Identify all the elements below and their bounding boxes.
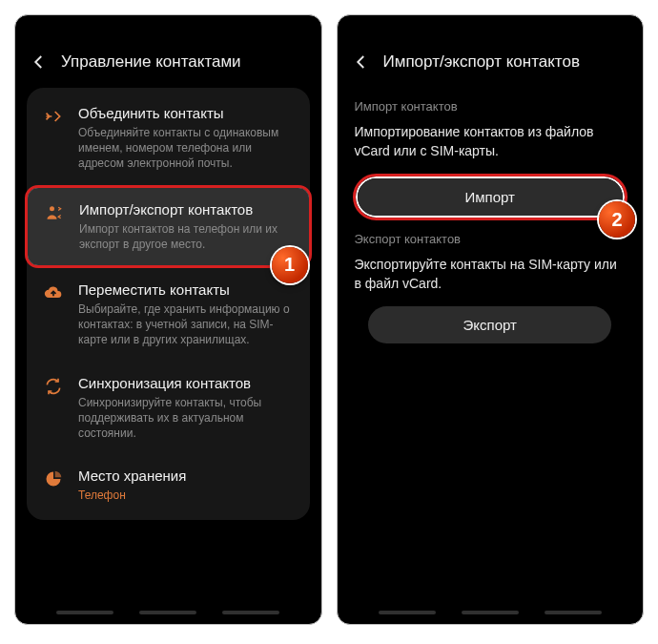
export-section-desc: Экспортируйте контакты на SIM-карту или … bbox=[355, 256, 627, 293]
item-merge-contacts[interactable]: Объединить контакты Объединяйте контакты… bbox=[27, 92, 310, 185]
pie-icon bbox=[40, 469, 67, 488]
item-import-export[interactable]: Импорт/экспорт контактов Импорт контакто… bbox=[28, 188, 309, 265]
import-button[interactable]: Импорт bbox=[358, 178, 624, 216]
item-desc: Импорт контактов на телефон или их экспо… bbox=[79, 221, 296, 252]
callout-marker-1: 1 bbox=[272, 247, 308, 283]
item-sync-contacts[interactable]: Синхронизация контактов Синхронизируйте … bbox=[27, 362, 310, 455]
highlight-import-button: Импорт bbox=[353, 174, 628, 220]
item-desc: Выбирайте, где хранить информацию о конт… bbox=[78, 301, 297, 348]
header-right: Импорт/экспорт контактов bbox=[349, 44, 632, 88]
item-title: Переместить контакты bbox=[78, 281, 297, 299]
settings-card: Объединить контакты Объединяйте контакты… bbox=[27, 88, 310, 520]
merge-icon bbox=[40, 107, 67, 126]
highlight-import-export: Импорт/экспорт контактов Импорт контакто… bbox=[25, 185, 312, 268]
item-value: Телефон bbox=[78, 488, 297, 503]
import-section-desc: Импортирование контактов из файлов vCard… bbox=[355, 123, 627, 160]
item-title: Синхронизация контактов bbox=[78, 375, 297, 392]
svg-point-0 bbox=[50, 206, 54, 211]
header-left: Управление контактами bbox=[27, 44, 310, 88]
export-button[interactable]: Экспорт bbox=[368, 306, 611, 343]
item-desc: Объединяйте контакты с одинаковым именем… bbox=[78, 125, 297, 172]
phone-right: Импорт/экспорт контактов Импорт контакто… bbox=[337, 14, 645, 625]
status-bar bbox=[27, 34, 310, 44]
item-move-contacts[interactable]: Переместить контакты Выбирайте, где хран… bbox=[27, 268, 310, 362]
nav-bar bbox=[15, 611, 321, 614]
item-desc: Синхронизируйте контакты, чтобы поддержи… bbox=[78, 395, 297, 442]
item-title: Объединить контакты bbox=[78, 105, 297, 122]
item-storage-location[interactable]: Место хранения Телефон bbox=[27, 454, 310, 516]
back-icon[interactable] bbox=[29, 52, 50, 73]
status-bar bbox=[349, 34, 632, 44]
import-section-label: Импорт контактов bbox=[355, 99, 627, 114]
person-transfer-icon bbox=[41, 203, 68, 222]
callout-marker-2: 2 bbox=[599, 201, 635, 238]
cloud-upload-icon bbox=[40, 283, 67, 302]
export-section-label: Экспорт контактов bbox=[355, 232, 627, 246]
back-icon[interactable] bbox=[351, 52, 372, 73]
item-title: Место хранения bbox=[78, 467, 297, 485]
item-title: Импорт/экспорт контактов bbox=[79, 201, 296, 218]
nav-bar bbox=[338, 611, 644, 614]
page-title: Управление контактами bbox=[61, 52, 241, 72]
sync-icon bbox=[40, 377, 67, 396]
phone-left: Управление контактами Объединить контакт… bbox=[14, 14, 322, 625]
page-title: Импорт/экспорт контактов bbox=[383, 52, 580, 72]
